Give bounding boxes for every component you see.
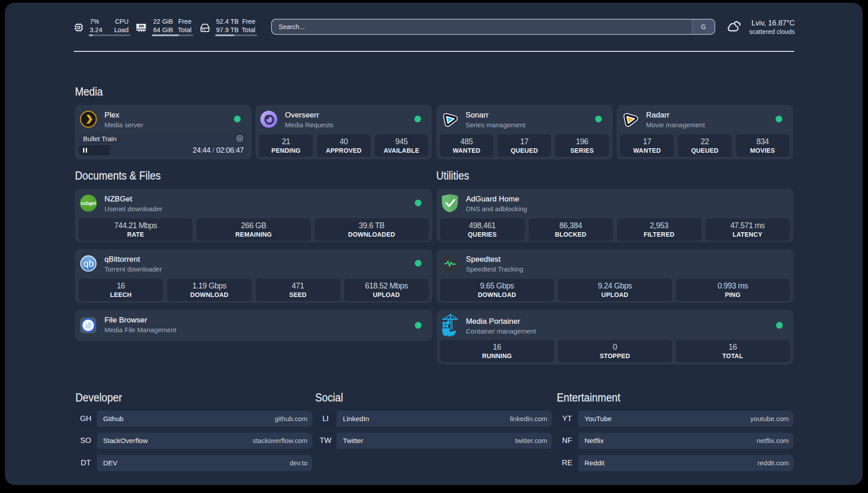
svg-text:nzbget: nzbget: [81, 201, 96, 206]
svg-text:qb: qb: [83, 258, 94, 268]
